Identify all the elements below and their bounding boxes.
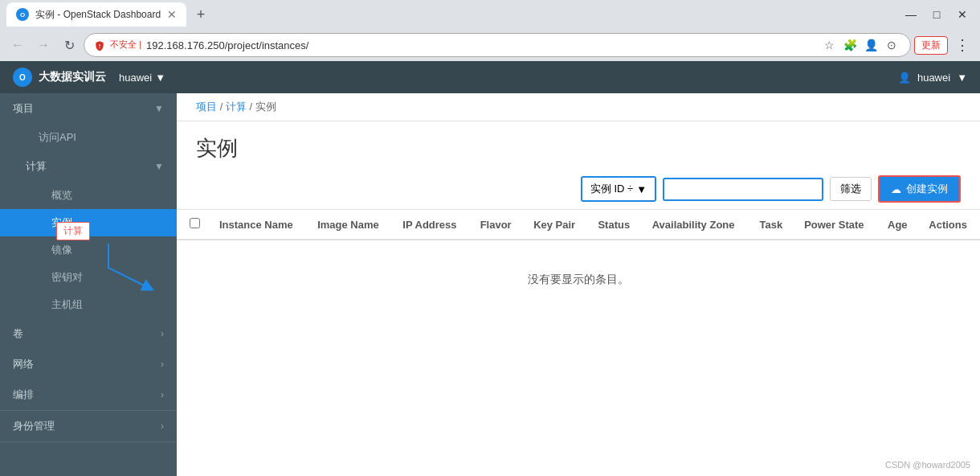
sidebar-section-header-identity[interactable]: 身份管理 › (0, 411, 177, 441)
sidebar: 项目 ▼ 访问API 计算 ▼ 概览 实例 (0, 93, 177, 476)
sidebar-item-api[interactable]: 访问API (0, 124, 177, 151)
col-checkbox (177, 210, 210, 240)
page-title: 实例 (196, 134, 961, 162)
account-circle-icon[interactable]: ⊙ (883, 36, 900, 54)
breadcrumb-sep1: / (220, 101, 226, 113)
sidebar-section-header-project[interactable]: 项目 ▼ (0, 93, 177, 124)
col-flavor[interactable]: Flavor (471, 210, 525, 240)
main-layout: 项目 ▼ 访问API 计算 ▼ 概览 实例 (0, 93, 980, 476)
col-status[interactable]: Status (588, 210, 642, 240)
sidebar-volumes-label: 卷 (13, 326, 23, 341)
project-selector[interactable]: huawei ▼ (119, 72, 165, 84)
empty-message: 没有要显示的条目。 (177, 240, 980, 319)
sidebar-orchestration-label: 编排 (13, 388, 34, 402)
project-name: huawei (119, 72, 152, 84)
sidebar-section-project: 项目 ▼ 访问API 计算 ▼ 概览 实例 (0, 93, 177, 411)
sidebar-item-instances-label: 实例 (51, 215, 72, 230)
sidebar-item-hostgroups[interactable]: 主机组 (0, 291, 177, 318)
col-instance-name[interactable]: Instance Name (210, 210, 308, 240)
sidebar-subsection-compute[interactable]: 计算 ▼ (0, 151, 177, 182)
nav-right: 👤 huawei ▼ (898, 72, 967, 84)
watermark: CSDN @howard2005 (885, 460, 970, 470)
compute-chevron-icon: ▼ (154, 161, 164, 172)
col-availability-zone[interactable]: Availability Zone (643, 210, 750, 240)
page-content: 项目 / 计算 / 实例 实例 实例 ID ÷ ▼ (177, 93, 980, 476)
breadcrumb: 项目 / 计算 / 实例 (177, 93, 980, 121)
volumes-chevron-icon: › (161, 328, 164, 339)
maximize-button[interactable]: □ (925, 3, 948, 26)
col-age[interactable]: Age (878, 210, 919, 240)
bookmark-icon[interactable]: ☆ (820, 36, 838, 54)
filter-dropdown[interactable]: 实例 ID ÷ ▼ (581, 176, 656, 202)
sidebar-section-identity: 身份管理 › (0, 411, 177, 442)
username: huawei (917, 72, 950, 84)
sidebar-item-images[interactable]: 镜像 (0, 236, 177, 264)
select-all-checkbox[interactable] (190, 218, 200, 228)
new-tab-button[interactable]: + (190, 3, 212, 26)
breadcrumb-current: 实例 (255, 101, 276, 113)
col-task[interactable]: Task (750, 210, 795, 240)
sidebar-item-overview-label: 概览 (51, 188, 72, 203)
breadcrumb-project-link[interactable]: 项目 (196, 101, 217, 113)
profile-icon[interactable]: 👤 (862, 36, 880, 54)
page-header: 实例 (177, 121, 980, 169)
address-bar[interactable]: 不安全 | 192.168.176.250/project/instances/… (84, 33, 911, 57)
toolbar: 实例 ID ÷ ▼ 筛选 ☁ 创建实例 (177, 169, 980, 210)
col-key-pair[interactable]: Key Pair (524, 210, 588, 240)
create-instance-icon: ☁ (891, 183, 901, 195)
app-content: O 大数据实训云 huawei ▼ 👤 huawei ▼ (0, 61, 980, 476)
table-body: 没有要显示的条目。 (177, 240, 980, 319)
breadcrumb-compute-link[interactable]: 计算 (226, 101, 247, 113)
back-button[interactable]: ← (6, 34, 29, 56)
sidebar-section-label-project: 项目 (13, 101, 34, 116)
active-tab[interactable]: O 实例 - OpenStack Dashboard ✕ (6, 2, 186, 27)
sidebar-compute-label: 计算 (26, 159, 47, 174)
logo-text: 大数据实训云 (39, 70, 106, 84)
sidebar-item-hostgroups-label: 主机组 (51, 298, 83, 312)
sidebar-item-network[interactable]: 网络 › (0, 349, 177, 380)
filter-button[interactable]: 筛选 (830, 177, 872, 201)
project-dropdown-icon: ▼ (155, 72, 165, 84)
col-image-name[interactable]: Image Name (308, 210, 393, 240)
security-indicator: 不安全 | (94, 39, 141, 51)
tab-favicon: O (16, 8, 29, 21)
logo: O 大数据实训云 (13, 68, 106, 87)
sidebar-item-keypairs-label: 密钥对 (51, 270, 83, 285)
sidebar-item-orchestration[interactable]: 编排 › (0, 380, 177, 410)
logo-icon: O (13, 68, 32, 87)
col-ip-address[interactable]: IP Address (393, 210, 470, 240)
tab-title: 实例 - OpenStack Dashboard (35, 8, 161, 22)
sidebar-item-images-label: 镜像 (51, 243, 72, 257)
project-chevron-icon: ▼ (154, 103, 164, 114)
sidebar-network-label: 网络 (13, 357, 34, 371)
sidebar-identity-label: 身份管理 (13, 419, 55, 433)
col-actions[interactable]: Actions (919, 210, 980, 240)
user-icon: 👤 (898, 72, 911, 84)
title-bar: O 实例 - OpenStack Dashboard ✕ + — □ ✕ (0, 0, 980, 29)
nav-left: O 大数据实训云 huawei ▼ (13, 68, 165, 87)
create-instance-button[interactable]: ☁ 创建实例 (878, 175, 961, 203)
create-instance-label: 创建实例 (906, 182, 948, 196)
svg-point-1 (99, 47, 100, 47)
table-header: Instance Name Image Name IP Address Flav… (177, 210, 980, 240)
close-button[interactable]: ✕ (951, 3, 974, 26)
reload-button[interactable]: ↻ (58, 34, 80, 56)
sidebar-item-overview[interactable]: 概览 (0, 182, 177, 209)
tab-close-btn[interactable]: ✕ (167, 8, 177, 21)
minimize-button[interactable]: — (900, 3, 922, 26)
update-button[interactable]: 更新 (914, 36, 948, 55)
url-text: 192.168.176.250/project/instances/ (146, 39, 815, 51)
breadcrumb-sep2: / (249, 101, 255, 113)
filter-input[interactable] (663, 178, 823, 201)
extensions-icon[interactable]: 🧩 (841, 36, 859, 54)
instances-table: Instance Name Image Name IP Address Flav… (177, 210, 980, 319)
browser-menu-button[interactable]: ⋮ (951, 34, 974, 56)
sidebar-item-instances[interactable]: 实例 (0, 209, 177, 236)
sidebar-item-keypairs[interactable]: 密钥对 (0, 264, 177, 291)
address-bar-row: ← → ↻ 不安全 | 192.168.176.250/project/inst… (0, 29, 980, 61)
sidebar-item-volumes[interactable]: 卷 › (0, 318, 177, 349)
empty-row: 没有要显示的条目。 (177, 240, 980, 319)
forward-button[interactable]: → (32, 34, 55, 56)
col-power-state[interactable]: Power State (794, 210, 878, 240)
user-dropdown-icon: ▼ (957, 72, 967, 84)
